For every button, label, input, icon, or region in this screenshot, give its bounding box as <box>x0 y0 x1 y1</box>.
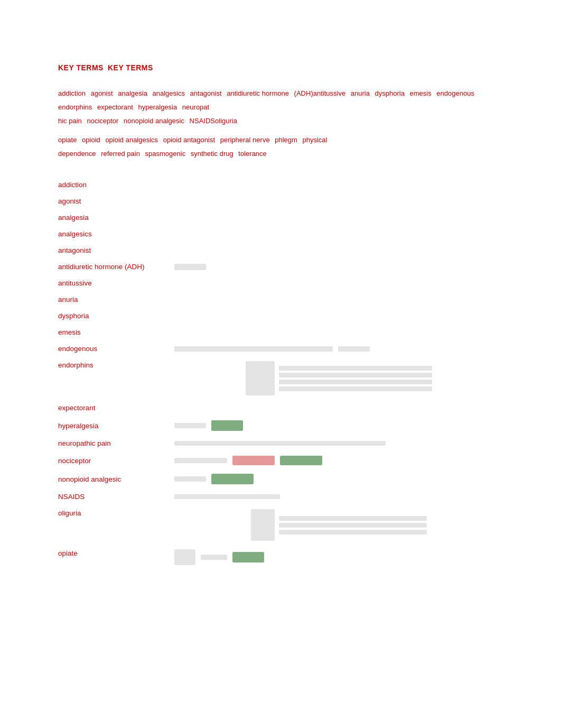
cloud-term-expectorant[interactable]: expectorant <box>97 103 133 111</box>
green-block <box>280 456 322 465</box>
term-endogenous[interactable]: endogenous <box>58 345 164 353</box>
term-analgesia[interactable]: analgesia <box>58 214 164 222</box>
term-content <box>174 509 503 541</box>
blurred-text-short <box>338 346 370 352</box>
cloud-term-analgesics[interactable]: analgesics <box>153 89 185 97</box>
terms-cloud-line2b: dependence referred pain spasmogenic syn… <box>58 147 503 161</box>
blurred-text <box>279 366 432 371</box>
terms-cloud: addiction agonist analgesia analgesics a… <box>58 87 503 161</box>
blurred-text <box>279 516 427 521</box>
blurred-text <box>279 523 427 528</box>
list-item: dysphoria <box>58 308 503 324</box>
cloud-term-phlegm[interactable]: phlegm <box>275 136 297 144</box>
term-oliguria[interactable]: oliguria <box>58 509 164 517</box>
cloud-term-opioid[interactable]: opioid <box>82 136 100 144</box>
green-block <box>211 474 254 484</box>
blurred-text <box>174 494 280 499</box>
term-content <box>174 346 503 352</box>
blurred-text <box>279 386 432 391</box>
list-item: anuria <box>58 291 503 308</box>
term-opiate[interactable]: opiate <box>58 549 164 557</box>
red-block <box>232 456 275 465</box>
cloud-term-nsaids[interactable]: NSAIDSoliguria <box>190 117 237 125</box>
blurred-text <box>279 373 432 377</box>
term-agonist[interactable]: agonist <box>58 197 164 205</box>
list-item: nonopioid analgesic <box>58 469 503 489</box>
list-item: analgesics <box>58 226 503 242</box>
term-content <box>174 441 503 446</box>
page-container: KEY TERMS KEY TERMS addiction agonist an… <box>0 0 561 601</box>
cloud-term-nonopioid[interactable]: nonopioid analgesic <box>124 117 184 125</box>
term-analgesics[interactable]: analgesics <box>58 230 164 238</box>
term-hyperalgesia[interactable]: hyperalgesia <box>58 422 164 430</box>
term-emesis[interactable]: emesis <box>58 328 164 336</box>
term-content <box>174 549 503 565</box>
blurred-image <box>174 549 195 565</box>
list-item: endorphins <box>58 357 503 400</box>
blurred-text <box>174 423 206 428</box>
list-item: endogenous <box>58 340 503 357</box>
term-dysphoria[interactable]: dysphoria <box>58 312 164 320</box>
cloud-term-adh-antitussive[interactable]: (ADH)antitussive <box>294 89 346 97</box>
cloud-term-nociceptor[interactable]: nociceptor <box>87 117 118 125</box>
list-item: nociceptor <box>58 451 503 469</box>
blurred-text <box>279 380 432 384</box>
list-item: antagonist <box>58 242 503 259</box>
cloud-term-spasmogenic[interactable]: spasmogenic <box>145 150 186 158</box>
cloud-term-physical[interactable]: physical <box>303 136 328 144</box>
cloud-term-analgesia[interactable]: analgesia <box>118 89 147 97</box>
cloud-term-dysphoria[interactable]: dysphoria <box>375 89 405 97</box>
key-terms-header: KEY TERMS KEY TERMS <box>58 63 503 72</box>
cloud-term-antidiuretic[interactable]: antidiuretic hormone <box>227 89 289 97</box>
terms-cloud-line1: addiction agonist analgesia analgesics a… <box>58 87 503 114</box>
terms-cloud-line2: opiate opioid opioid analgesics opioid a… <box>58 133 503 147</box>
list-item: NSAIDS <box>58 489 503 505</box>
list-item: neuropathic pain <box>58 435 503 451</box>
list-item: agonist <box>58 193 503 209</box>
blurred-text <box>174 264 206 270</box>
cloud-term-endogenous[interactable]: endogenous <box>436 89 474 97</box>
blurred-text <box>174 476 206 482</box>
term-nsaids[interactable]: NSAIDS <box>58 493 164 501</box>
key-terms-title-1: KEY TERMS <box>58 63 104 72</box>
cloud-term-hyperalgesia[interactable]: hyperalgesia <box>138 103 177 111</box>
list-item: expectorant <box>58 400 503 416</box>
blurred-text <box>174 441 386 446</box>
term-nonopioid-analgesic[interactable]: nonopioid analgesic <box>58 475 164 483</box>
term-antidiuretic[interactable]: antidiuretic hormone (ADH) <box>58 263 164 271</box>
cloud-term-emesis[interactable]: emesis <box>410 89 432 97</box>
list-item: hyperalgesia <box>58 416 503 435</box>
cloud-term-synthetic-drug[interactable]: synthetic drug <box>191 150 233 158</box>
blurred-image <box>246 361 275 395</box>
term-anuria[interactable]: anuria <box>58 296 164 303</box>
term-addiction[interactable]: addiction <box>58 181 164 189</box>
cloud-term-addiction[interactable]: addiction <box>58 89 86 97</box>
cloud-term-hicpain[interactable]: hic pain <box>58 117 82 125</box>
term-content <box>174 456 503 465</box>
terms-cloud-line1b: hic pain nociceptor nonopioid analgesic … <box>58 114 503 128</box>
term-content <box>174 494 503 499</box>
term-nociceptor[interactable]: nociceptor <box>58 457 164 465</box>
cloud-term-dependence[interactable]: dependence <box>58 150 96 158</box>
cloud-term-agonist[interactable]: agonist <box>91 89 113 97</box>
cloud-term-opiate[interactable]: opiate <box>58 136 77 144</box>
term-neuropathic-pain[interactable]: neuropathic pain <box>58 439 164 447</box>
cloud-term-anuria[interactable]: anuria <box>351 89 370 97</box>
cloud-term-opioid-analgesics[interactable]: opioid analgesics <box>105 136 158 144</box>
term-antagonist[interactable]: antagonist <box>58 246 164 254</box>
term-endorphins[interactable]: endorphins <box>58 361 164 369</box>
term-antitussive[interactable]: antitussive <box>58 279 164 287</box>
green-block <box>232 552 264 563</box>
cloud-term-peripheral-nerve[interactable]: peripheral nerve <box>220 136 270 144</box>
blurred-text <box>201 555 227 560</box>
term-content <box>174 361 503 395</box>
cloud-term-endorphins[interactable]: endorphins <box>58 103 92 111</box>
green-block <box>211 420 243 431</box>
cloud-term-antagonist[interactable]: antagonist <box>190 89 222 97</box>
blurred-text <box>174 458 227 463</box>
term-expectorant[interactable]: expectorant <box>58 404 164 412</box>
cloud-term-referred-pain[interactable]: referred pain <box>101 150 140 158</box>
cloud-term-tolerance[interactable]: tolerance <box>238 150 266 158</box>
cloud-term-neuropat[interactable]: neuropat <box>182 103 209 111</box>
cloud-term-opioid-antagonist[interactable]: opioid antagonist <box>163 136 215 144</box>
